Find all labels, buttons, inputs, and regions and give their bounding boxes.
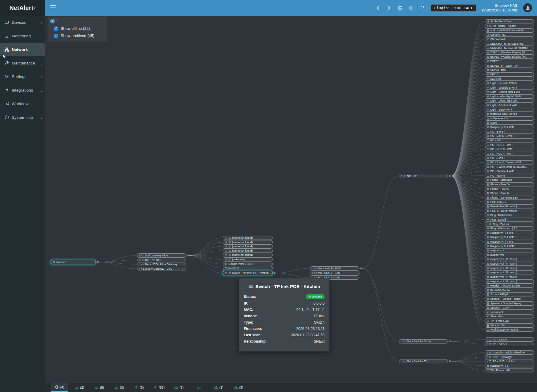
- show-archived-checkbox[interactable]: [54, 34, 58, 38]
- node-r62[interactable]: Redmi5A-Redmi: [485, 288, 534, 292]
- node-r36[interactable]: PC - Wayne: [485, 174, 534, 178]
- node-r15[interactable]: Light - bedside B WiFi: [485, 81, 534, 85]
- node-r65[interactable]: Speaker - Google Display: [485, 301, 534, 306]
- node-tpswitch[interactable]: Switch - TP link POE - Kitchen: [223, 271, 273, 275]
- node-r35[interactable]: PC - Surface 4 WiFi: [485, 169, 534, 173]
- node-handle[interactable]: [360, 268, 362, 269]
- node-r39[interactable]: Phone - Pixel 6: [485, 187, 534, 191]
- node-nf4[interactable]: (name not found): [223, 249, 273, 253]
- node-r67[interactable]: steamdeck: [485, 310, 534, 314]
- node-cgu[interactable]: Cloud Gateway Ultra: [137, 253, 186, 258]
- node-r59[interactable]: raspberrypi (IP match): [485, 275, 534, 279]
- node-r8[interactable]: ESP32 - Weather Display (M...: [485, 50, 534, 55]
- node-r26[interactable]: PC - B WiFi: [485, 130, 534, 134]
- node-r56[interactable]: raspberrypi (IP match): [485, 262, 534, 266]
- node-r60[interactable]: raspberrypi (IP match): [485, 279, 534, 284]
- node-r57[interactable]: raspberrypi (IP match): [485, 266, 534, 270]
- node-r12[interactable]: ESP32 - ttgo: [485, 68, 534, 72]
- node-pixel3[interactable]: Google Pixel 3 66:77: [223, 262, 273, 266]
- node-r22[interactable]: motorola-edge-50-neo: [485, 112, 534, 116]
- node-r50[interactable]: Raspberry Pi 4 WiFi: [485, 235, 534, 239]
- node-r31[interactable]: PC - NUC 4 - WiFi: [485, 152, 534, 156]
- node-r49[interactable]: Raspberry Pi 4 WiFi: [485, 231, 534, 235]
- node-r29[interactable]: PC - NUC 1 - WiFi: [485, 143, 534, 147]
- node-handle[interactable]: [97, 261, 99, 263]
- node-r18[interactable]: Light - ceiling-light-2 WiFi: [485, 94, 534, 99]
- node-ucg[interactable]: 1Net - UCG - Ultra Gateway: [137, 262, 186, 266]
- node-r69[interactable]: TV - Frame WiFi: [485, 319, 534, 323]
- node-handle[interactable]: [274, 272, 275, 274]
- node-r17[interactable]: Light - Ceiling-light-1 WiFi: [485, 90, 534, 94]
- footer-tab-wifi-1[interactable]: (3): [130, 383, 148, 392]
- node-handle[interactable]: [449, 340, 451, 342]
- node-r13[interactable]: KP115: [485, 72, 534, 77]
- back-button[interactable]: [375, 5, 380, 11]
- footer-tab-lan-2[interactable]: (8): [230, 383, 247, 392]
- node-r72[interactable]: 2PC - B LAN: [485, 337, 534, 342]
- footer-tab-switch-4[interactable]: (3): [170, 383, 187, 392]
- sidebar-item-network[interactable]: Network: [0, 43, 45, 56]
- node-r28[interactable]: PC - MSI: [485, 138, 534, 143]
- node-r6[interactable]: DESKTOP-H7JL7GE 14:99: [485, 42, 534, 46]
- node-r41[interactable]: Phone - Samsung S10: [485, 196, 534, 200]
- node-r48[interactable]: Plug - Washroom (old): [485, 226, 534, 230]
- node-r1[interactable]: Air Purifier - Dyson: [485, 19, 534, 24]
- node-r66[interactable]: Speaker - Grey: [485, 306, 534, 310]
- node-r9[interactable]: ESP32 - Weather Display (w...: [485, 55, 534, 59]
- show-archived-row[interactable]: Show archived (45): [50, 33, 103, 38]
- node-r44[interactable]: Pixel-9-Pro (IP match): [485, 209, 534, 213]
- notifications-button[interactable]: [420, 5, 425, 11]
- node-unk[interactable]: (unknown): [223, 257, 273, 262]
- node-r20[interactable]: Light - Sideboard WiFi: [485, 103, 534, 107]
- node-apold[interactable]: 5Net - AP OLD: [137, 258, 186, 262]
- node-r14[interactable]: LED strip: [485, 77, 534, 81]
- node-r7[interactable]: DESKTOP-N7E55N (IP match): [485, 46, 534, 50]
- sidebar-item-system-info[interactable]: System info: [0, 111, 45, 124]
- node-nf3[interactable]: (name not found): [223, 244, 273, 249]
- node-r2[interactable]: 2Air Purifier - Xiaomi: [485, 24, 534, 28]
- node-r30[interactable]: PC - NUC 3 - WiFi: [485, 147, 534, 151]
- node-r24[interactable]: Oppo: [485, 121, 534, 125]
- node-r38[interactable]: Phone - Pixel 3a: [485, 182, 534, 187]
- node-r27[interactable]: PC - Dell XPS WiFi: [485, 134, 534, 138]
- node-r4[interactable]: Camera - E1: [485, 33, 534, 37]
- node-r73[interactable]: 3PC - S LAN: [485, 342, 534, 346]
- node-r23[interactable]: null (camera?): [485, 116, 534, 121]
- node-r68[interactable]: Steamdeck: [485, 314, 534, 318]
- footer-tab-switch-3[interactable]: (3): [111, 383, 128, 392]
- node-r64[interactable]: Speaker - Google - Black: [485, 297, 534, 301]
- node-r47[interactable]: 2Plug - Tp-Link: [485, 222, 534, 226]
- hamburger-menu-icon[interactable]: [50, 5, 56, 10]
- node-r76[interactable]: 4PC - NUC 1 - LAN: [485, 359, 534, 363]
- node-study[interactable]: 3Net - Switch - Study: [399, 339, 448, 343]
- node-r10[interactable]: ESP32 - 1: [485, 59, 534, 63]
- footer-tab-shuffle[interactable]: [190, 383, 207, 392]
- node-r74[interactable]: 3Console - Nvidia Shield TV: [485, 350, 534, 355]
- node-tvsw[interactable]: 1Net - Switch - TV: [399, 359, 448, 363]
- footer-tab-lan-1[interactable]: (1): [210, 383, 227, 392]
- footer-tab-wifi-2[interactable]: (68): [150, 383, 168, 392]
- node-r45[interactable]: Plug - Dishwasher: [485, 213, 534, 217]
- node-r21[interactable]: Light - Study WiFi: [485, 108, 534, 112]
- node-r33[interactable]: PC - S work Daniels-MBP: [485, 160, 534, 165]
- node-usg[interactable]: Security Gateway - USG: [137, 267, 186, 271]
- node-nf1[interactable]: (name not found): [223, 236, 273, 240]
- node-r71[interactable]: Work laptop (IP match): [485, 328, 534, 332]
- node-r78[interactable]: TV - Frame LAN: [485, 368, 534, 372]
- node-r43[interactable]: Pixel-9-Pro (IP match): [485, 204, 534, 209]
- node-r52[interactable]: Raspberry Pi 4 WiFi: [485, 244, 534, 248]
- node-swpoe[interactable]: 1Net - Switch - POE: [310, 266, 360, 271]
- sidebar-item-devices[interactable]: Devices: [0, 16, 45, 29]
- node-r54[interactable]: raspberrypi: [485, 253, 534, 257]
- node-r34[interactable]: PC - S work MMD-G70K2015...: [485, 165, 534, 169]
- sidebar-item-monitoring[interactable]: Monitoring: [0, 29, 45, 43]
- footer-tab-switch-2[interactable]: (5): [91, 383, 108, 392]
- node-r5[interactable]: Chromecast: [485, 37, 534, 41]
- node-r42[interactable]: Pixel-6 82:72: [485, 200, 534, 204]
- sidebar-item-maintenance[interactable]: Maintenance: [0, 56, 45, 70]
- node-r25[interactable]: Raspberry Pi 4 WiFi: [485, 125, 534, 129]
- node-r75[interactable]: 2NAS - Synology: [485, 355, 534, 359]
- node-r51[interactable]: Raspberry Pi 4 WiFi: [485, 240, 534, 244]
- node-nf5[interactable]: (name not found): [223, 253, 273, 257]
- node-r63[interactable]: S mum Z-Flip7: [485, 292, 534, 296]
